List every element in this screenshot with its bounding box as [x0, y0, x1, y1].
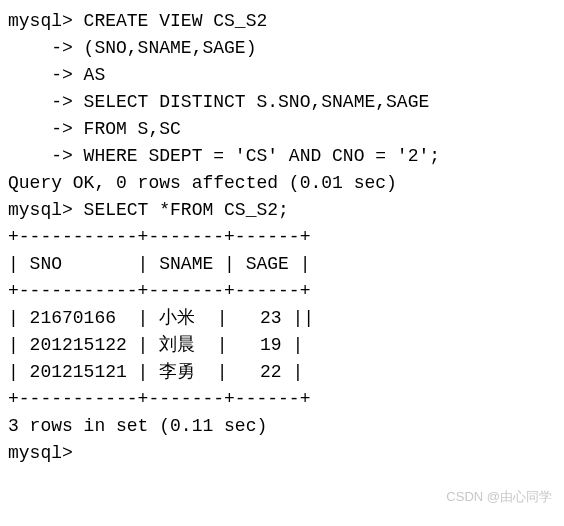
table-border: +-----------+-------+------+ [8, 278, 556, 305]
terminal-line: -> SELECT DISTINCT S.SNO,SNAME,SAGE [8, 89, 556, 116]
terminal-line: -> (SNO,SNAME,SAGE) [8, 35, 556, 62]
terminal-line: mysql> SELECT *FROM CS_S2; [8, 197, 556, 224]
table-header: | SNO | SNAME | SAGE | [8, 251, 556, 278]
result-summary: 3 rows in set (0.11 sec) [8, 413, 556, 440]
terminal-line: -> FROM S,SC [8, 116, 556, 143]
watermark: CSDN @由心同学 [446, 487, 552, 507]
table-row: | 201215122 | 刘晨 | 19 | [8, 332, 556, 359]
query-status: Query OK, 0 rows affected (0.01 sec) [8, 170, 556, 197]
prompt[interactable]: mysql> [8, 440, 556, 467]
terminal-line: -> AS [8, 62, 556, 89]
table-border: +-----------+-------+------+ [8, 386, 556, 413]
terminal-line: -> WHERE SDEPT = 'CS' AND CNO = '2'; [8, 143, 556, 170]
terminal-line: mysql> CREATE VIEW CS_S2 [8, 8, 556, 35]
table-border: +-----------+-------+------+ [8, 224, 556, 251]
table-row: | 201215121 | 李勇 | 22 | [8, 359, 556, 386]
table-row: | 21670166 | 小米 | 23 || [8, 305, 556, 332]
